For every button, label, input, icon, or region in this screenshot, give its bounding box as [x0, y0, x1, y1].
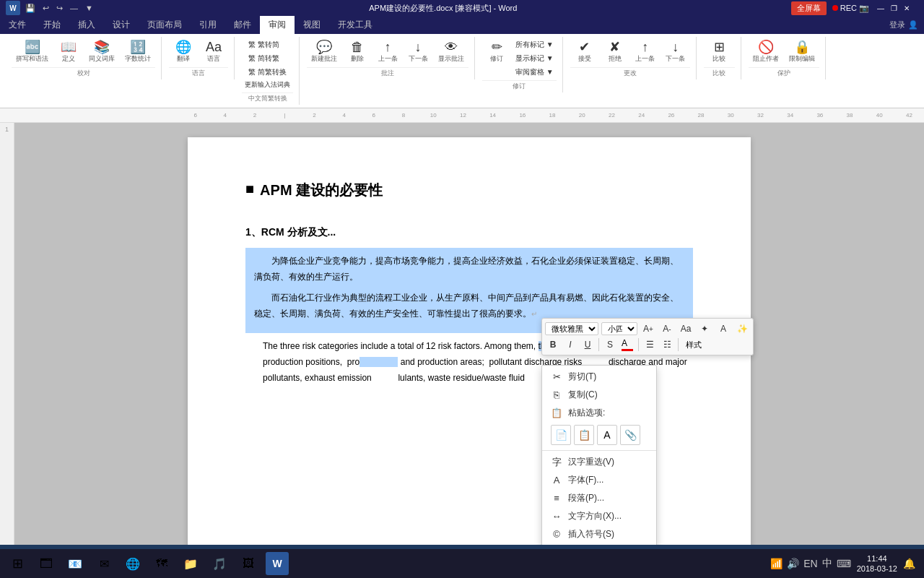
tab-view[interactable]: 视图 [295, 16, 329, 34]
wordcount-button[interactable]: 🔢 字数统计 [121, 38, 155, 66]
paste-merge-btn[interactable]: 📋 [574, 425, 594, 445]
outlook-icon[interactable]: 📧 [64, 552, 87, 575]
block-authors-button[interactable]: 🚫 阻止作者 [749, 38, 783, 66]
tab-design[interactable]: 设计 [104, 16, 139, 34]
photo-icon[interactable]: 🖼 [237, 552, 260, 575]
tab-layout[interactable]: 页面布局 [139, 16, 191, 34]
special-format-button[interactable]: ✦ [697, 322, 712, 336]
bold-button[interactable]: B [545, 337, 561, 352]
language-button[interactable]: Aa 语言 [199, 38, 228, 66]
ctx-text-dir[interactable]: ↔ 文字方向(X)... [542, 507, 656, 525]
close-button[interactable]: ✕ [901, 3, 912, 13]
next-comment-button[interactable]: ↓ 下一条 [404, 38, 432, 66]
tab-developer[interactable]: 开发工具 [329, 16, 381, 34]
prev-comment-button[interactable]: ↑ 上一条 [373, 38, 402, 66]
review-pane-button[interactable]: 审阅窗格 ▼ [513, 66, 557, 79]
font-color-btn[interactable]: A [619, 337, 635, 352]
dash-qa-icon: — [68, 2, 80, 14]
track-changes-button[interactable]: ✏ 修订 [482, 38, 511, 79]
paste-plain-btn[interactable]: A [597, 425, 617, 445]
prev-change-button[interactable]: ↑ 上一条 [631, 38, 660, 66]
ribbon-content: 🔤 拼写和语法 📖 定义 📚 同义词库 🔢 字数统计 校对 [0, 34, 924, 108]
tab-references[interactable]: 引用 [191, 16, 225, 34]
font-selector[interactable]: 微软雅黑 [545, 322, 598, 335]
trad-to-simp-button[interactable]: 繁 繁转简 [245, 38, 289, 51]
tab-mailings[interactable]: 邮件 [225, 16, 260, 34]
network-icon[interactable]: 📶 [770, 558, 783, 569]
ctx-cut[interactable]: ✂ 剪切(T) [542, 368, 656, 386]
explorer-icon[interactable]: 📁 [179, 552, 202, 575]
ctx-copy[interactable]: ⎘ 复制(C) [542, 386, 656, 404]
translate-button[interactable]: 🌐 翻译 [169, 38, 198, 66]
italic-button[interactable]: I [562, 337, 578, 352]
notification-icon[interactable]: 🔔 [903, 558, 915, 569]
start-button[interactable]: ⊞ [6, 552, 29, 575]
redo-qa-icon[interactable]: ↪ [54, 2, 65, 14]
maps-icon[interactable]: 🗺 [150, 552, 173, 575]
save-qa-icon[interactable]: 💾 [23, 2, 38, 14]
next-change-button[interactable]: ↓ 下一条 [661, 38, 690, 66]
new-comment-button[interactable]: 💬 新建批注 [307, 38, 341, 66]
tab-review[interactable]: 审阅 [260, 16, 295, 34]
reject-button[interactable]: ✘ 拒绝 [601, 38, 629, 66]
underline-button[interactable]: U [580, 337, 596, 352]
lang-icon[interactable]: 中 [822, 557, 832, 570]
taskbar-clock[interactable]: 11:44 2018-03-12 [857, 553, 897, 574]
accept-button[interactable]: ✔ 接受 [570, 38, 599, 66]
tab-file[interactable]: 文件 [0, 16, 35, 34]
thesaurus-button[interactable]: 📚 同义词库 [84, 38, 119, 66]
define-button[interactable]: 📖 定义 [54, 38, 83, 66]
paste-keep-format-btn[interactable]: 📄 [551, 425, 571, 445]
ctx-insert-symbol[interactable]: © 插入符号(S) [542, 525, 656, 543]
document-page[interactable]: ■ APM 建设的必要性 1、RCM 分析及文... 为降低企业产业竞争能力，提… [188, 137, 751, 545]
ctx-paragraph[interactable]: ≡ 段落(P)... [542, 489, 656, 507]
style-magic-button[interactable]: ✨ [734, 322, 750, 336]
mini-toolbar[interactable]: 微软雅黑 小四 A+ A- Aa ✦ A ✨ B I U [541, 318, 754, 355]
delete-comment-button[interactable]: 🗑 删除 [343, 38, 372, 66]
ctx-paste-icons[interactable]: 📄 📋 A 📎 [542, 422, 656, 448]
highlight-btn[interactable]: S [602, 337, 618, 352]
comments-label: 批注 [307, 67, 468, 78]
font-size-selector[interactable]: 小四 [601, 322, 637, 335]
rec-indicator: REC 📷 [832, 4, 869, 13]
show-markup-button[interactable]: 显示标记 ▼ [513, 52, 557, 65]
ime-icon[interactable]: EN [803, 558, 817, 569]
simp-to-trad-button[interactable]: 繁 简转繁 [245, 52, 289, 65]
font-color-button[interactable]: A [715, 322, 731, 336]
all-markup-button[interactable]: 所有标记 ▼ [513, 38, 557, 51]
login-label[interactable]: 登录 [889, 20, 905, 30]
show-comments-button[interactable]: 👁 显示批注 [434, 38, 468, 66]
restrict-editing-button[interactable]: 🔒 限制编辑 [785, 38, 819, 66]
simp-trad-convert-button[interactable]: 繁 简繁转换 [245, 66, 289, 79]
tab-home[interactable]: 开始 [35, 16, 69, 34]
paste-special-btn[interactable]: 📎 [620, 425, 640, 445]
media-icon[interactable]: 🎵 [208, 552, 231, 575]
task-view-button[interactable]: 🗔 [35, 552, 58, 575]
keyboard-icon[interactable]: ⌨ [837, 558, 851, 569]
case-button[interactable]: Aa [678, 322, 694, 336]
volume-icon[interactable]: 🔊 [787, 558, 799, 569]
spelling-button[interactable]: 🔤 拼写和语法 [12, 38, 53, 66]
undo-qa-icon[interactable]: ↩ [40, 2, 51, 14]
fullscreen-button[interactable]: 全屏幕 [791, 1, 827, 15]
compare-button[interactable]: ⊞ 比较 [705, 38, 733, 66]
restore-button[interactable]: ❐ [888, 3, 899, 13]
bullet-list-button[interactable]: ☰ [642, 337, 658, 352]
ctx-reselect[interactable]: 字 汉字重选(V) [542, 453, 656, 471]
num-list-button[interactable]: ☷ [659, 337, 675, 352]
tab-insert[interactable]: 插入 [69, 16, 104, 34]
ctx-font[interactable]: A 字体(F)... [542, 471, 656, 489]
word-taskbar-icon[interactable]: W [266, 552, 289, 575]
ctx-sep-1 [542, 450, 656, 451]
mail-icon[interactable]: ✉ [92, 552, 116, 575]
update-ime-button[interactable]: 更新输入法词典 [242, 79, 293, 91]
minimize-button[interactable]: — [875, 3, 886, 13]
dropdown-qa-icon[interactable]: ▼ [83, 2, 95, 14]
new-comment-icon: 💬 [316, 40, 332, 53]
doc-content[interactable]: ■ APM 建设的必要性 1、RCM 分析及文... 为降低企业产业竞争能力，提… [14, 123, 924, 545]
browser-icon[interactable]: 🌐 [121, 552, 144, 575]
font-shrink-button[interactable]: A- [659, 322, 675, 336]
style-button[interactable]: 样式 [681, 339, 706, 351]
context-menu[interactable]: ✂ 剪切(T) ⎘ 复制(C) 📋 粘贴选项: 📄 📋 A 📎 [541, 365, 657, 545]
font-grow-button[interactable]: A+ [640, 322, 656, 336]
